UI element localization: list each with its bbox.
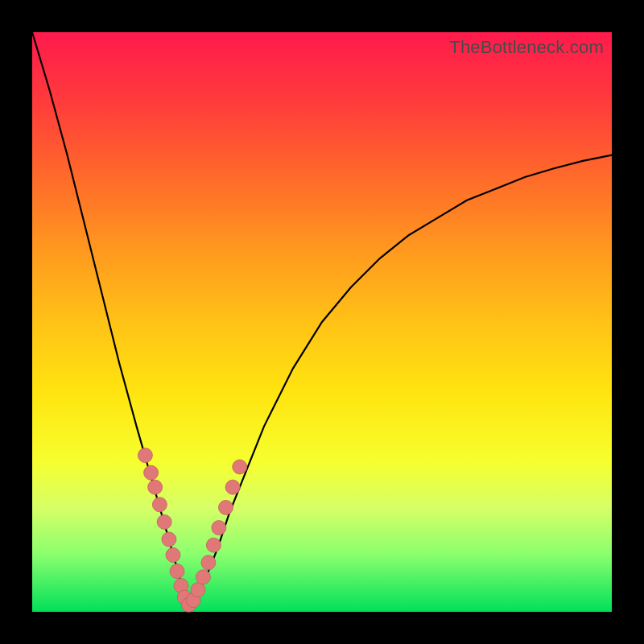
- plot-area: TheBottleneck.com: [32, 32, 612, 612]
- curve-layer: [32, 32, 612, 612]
- bottleneck-curve: [32, 32, 612, 606]
- marker-dot: [201, 555, 216, 570]
- marker-dot: [206, 538, 221, 552]
- curve-markers: [138, 448, 246, 613]
- chart-frame: TheBottleneck.com: [0, 0, 644, 644]
- marker-dot: [152, 497, 167, 512]
- marker-dot: [212, 521, 226, 535]
- marker-dot: [138, 448, 152, 463]
- marker-dot: [196, 570, 210, 584]
- marker-dot: [170, 564, 184, 579]
- marker-dot: [191, 583, 205, 597]
- marker-dot: [225, 480, 240, 494]
- marker-dot: [144, 465, 159, 480]
- marker-dot: [162, 532, 176, 547]
- marker-dot: [233, 460, 247, 474]
- marker-dot: [166, 547, 180, 562]
- marker-dot: [157, 514, 171, 529]
- marker-dot: [148, 480, 163, 494]
- marker-dot: [218, 500, 233, 514]
